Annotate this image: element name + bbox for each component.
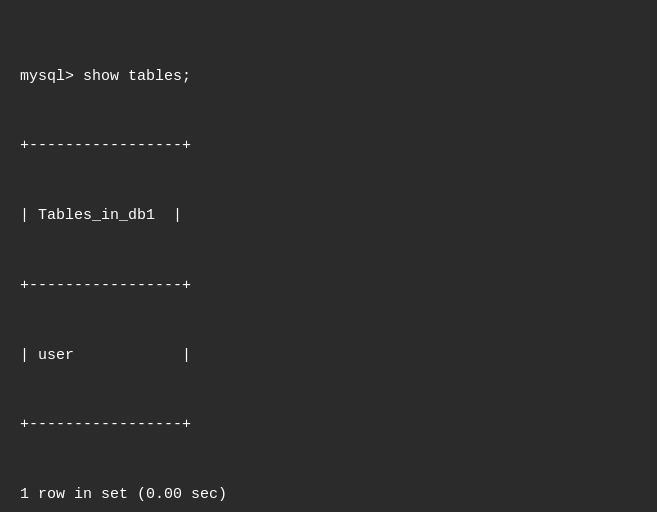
- terminal-line-4: +-----------------+: [20, 274, 637, 297]
- terminal-line-6: +-----------------+: [20, 413, 637, 436]
- terminal-line-1: mysql> show tables;: [20, 65, 637, 88]
- terminal-line-5: | user |: [20, 344, 637, 367]
- terminal-line-7: 1 row in set (0.00 sec): [20, 483, 637, 506]
- terminal-window[interactable]: mysql> show tables; +-----------------+ …: [0, 0, 657, 512]
- terminal-line-3: | Tables_in_db1 |: [20, 204, 637, 227]
- terminal-line-2: +-----------------+: [20, 134, 637, 157]
